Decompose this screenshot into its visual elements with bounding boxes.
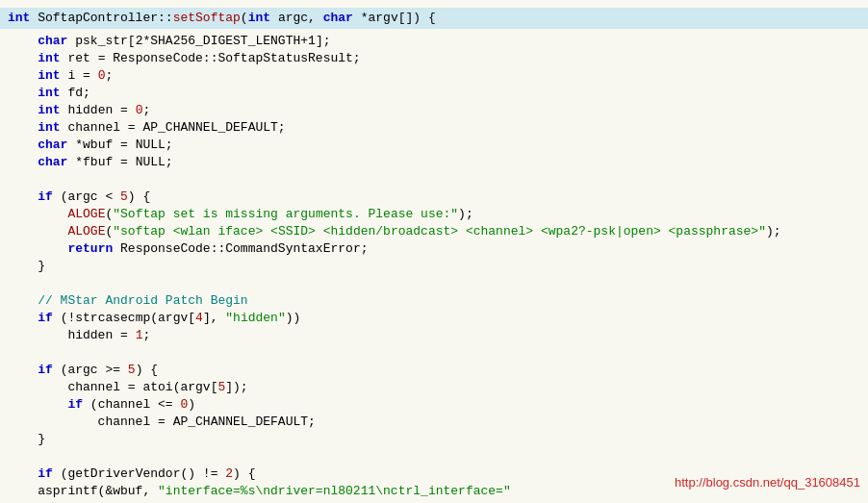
code-container: int SoftapController::setSoftap(int argc…: [0, 0, 868, 503]
code-line-14: }: [0, 258, 868, 275]
watermark: http://blog.csdn.net/qq_31608451: [675, 475, 860, 490]
code-line-17: if (!strcasecmp(argv[4], "hidden")): [0, 310, 868, 327]
code-line-15: [0, 275, 868, 292]
code-line-4: int fd;: [0, 85, 868, 102]
code-line-3: int i = 0;: [0, 67, 868, 85]
code-line-25: [0, 448, 868, 465]
code-line-9: [0, 171, 868, 189]
code-line-18: hidden = 1;: [0, 327, 868, 344]
code-line-13: return ResponseCode::CommandSyntaxError;: [0, 240, 868, 258]
code-line-10: if (argc < 5) {: [0, 189, 868, 206]
code-header-line: int SoftapController::setSoftap(int argc…: [0, 8, 868, 29]
code-line-1: char psk_str[2*SHA256_DIGEST_LENGTH+1];: [0, 33, 868, 50]
code-line-20: if (argc >= 5) {: [0, 362, 868, 379]
code-line-6: int channel = AP_CHANNEL_DEFAULT;: [0, 119, 868, 137]
code-line-19: [0, 344, 868, 362]
code-line-16: // MStar Android Patch Begin: [0, 292, 868, 310]
code-line-5: int hidden = 0;: [0, 102, 868, 119]
code-line-7: char *wbuf = NULL;: [0, 137, 868, 154]
code-line-21: channel = atoi(argv[5]);: [0, 379, 868, 396]
code-line-8: char *fbuf = NULL;: [0, 154, 868, 171]
code-header-text: int SoftapController::setSoftap(int argc…: [8, 10, 436, 27]
code-line-11: ALOGE("Softap set is missing arguments. …: [0, 206, 868, 223]
code-line-2: int ret = ResponseCode::SoftapStatusResu…: [0, 50, 868, 67]
code-line-12: ALOGE("softap <wlan iface> <SSID> <hidde…: [0, 223, 868, 240]
code-line-23: channel = AP_CHANNEL_DEFAULT;: [0, 414, 868, 431]
code-line-22: if (channel <= 0): [0, 396, 868, 414]
code-line-24: }: [0, 431, 868, 448]
